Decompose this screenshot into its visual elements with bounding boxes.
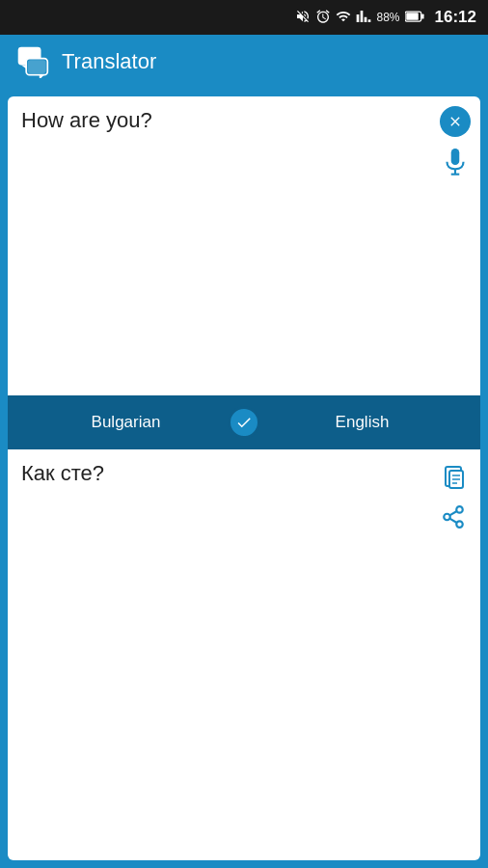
- language-bar: Bulgarian English: [8, 395, 480, 449]
- mic-icon: [443, 149, 468, 179]
- svg-point-16: [456, 506, 463, 513]
- copy-icon: [440, 463, 467, 490]
- app-bar: Translator: [0, 35, 488, 89]
- target-language-button[interactable]: English: [244, 395, 480, 449]
- app-icon: [15, 44, 50, 79]
- input-panel: How are you?: [8, 96, 480, 395]
- svg-rect-6: [28, 60, 46, 73]
- input-text: How are you?: [21, 108, 152, 132]
- signal-icon: [356, 9, 371, 27]
- language-check-indicator: [228, 406, 260, 439]
- copy-button[interactable]: [436, 459, 471, 494]
- status-time: 16:12: [435, 8, 476, 27]
- battery-icon: [405, 10, 424, 26]
- mute-icon: [295, 9, 311, 27]
- close-icon: [447, 114, 463, 129]
- status-bar: 88% 16:12: [0, 0, 488, 35]
- share-button[interactable]: [436, 500, 471, 534]
- svg-point-17: [444, 514, 450, 521]
- svg-line-19: [449, 519, 456, 523]
- alarm-icon: [315, 9, 331, 27]
- output-text: Как сте?: [21, 461, 104, 485]
- svg-line-20: [449, 511, 456, 515]
- clear-button[interactable]: [440, 106, 471, 137]
- mic-button[interactable]: [440, 145, 471, 183]
- output-panel: Как сте?: [8, 449, 480, 860]
- source-language-label: Bulgarian: [92, 413, 161, 432]
- source-language-button[interactable]: Bulgarian: [8, 395, 244, 449]
- wifi-icon: [336, 9, 351, 27]
- svg-rect-2: [421, 14, 424, 18]
- svg-rect-8: [451, 149, 460, 165]
- target-language-label: English: [336, 413, 390, 432]
- app-title: Translator: [62, 49, 156, 74]
- svg-marker-7: [40, 75, 44, 78]
- svg-point-18: [456, 521, 463, 528]
- battery-percentage: 88%: [376, 11, 399, 24]
- share-icon: [441, 504, 466, 529]
- check-icon: [235, 414, 253, 431]
- svg-rect-1: [406, 13, 419, 20]
- status-icons: 88% 16:12: [295, 8, 476, 27]
- main-content: How are you? Bulgarian: [0, 89, 488, 868]
